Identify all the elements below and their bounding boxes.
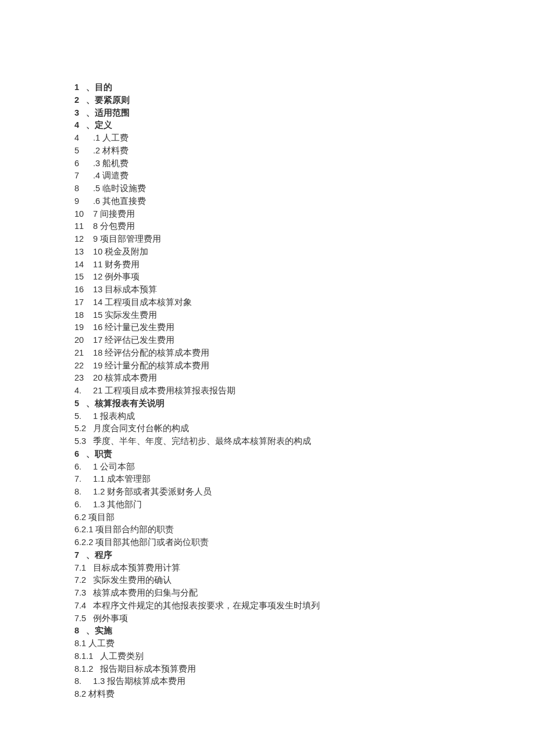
toc-entry: 16 13 目标成本预算 <box>74 284 535 296</box>
toc-text: 临时设施费 <box>102 182 146 195</box>
toc-entry: 17 14 工程项目成本核算对象 <box>74 296 535 309</box>
toc-entry: 1、目的 <box>74 81 535 94</box>
toc-entry: 22 19 经计量分配的核算成本费用 <box>74 360 535 372</box>
toc-text: 调遣费 <box>102 170 129 182</box>
toc-number: 6 <box>74 448 86 461</box>
toc-text: 例外事项 <box>105 271 140 284</box>
toc-number: 6.2 <box>74 511 86 524</box>
toc-text: 项目部其他部门或者岗位职责 <box>95 536 209 549</box>
toc-text: 要紧原则 <box>95 94 130 107</box>
toc-number: 22 <box>74 360 86 372</box>
toc-entry: 12 9 项目部管理费用 <box>74 233 535 246</box>
toc-text: 经计量分配的核算成本费用 <box>105 360 209 372</box>
toc-text: 人工费类别 <box>100 650 144 663</box>
toc-number: 4 <box>74 132 86 145</box>
table-of-contents: 1、目的2、要紧原则3、适用范围4、定义4 .1 人工费5 .2 材料费6 .3… <box>74 81 535 701</box>
toc-sub-number: 12 <box>93 271 102 284</box>
toc-entry: 4. 21 工程项目成本费用核算报表报告期 <box>74 385 535 397</box>
toc-text: 季度、半年、年度、完结初步、最终成本核算附表的构成 <box>93 435 311 448</box>
toc-entry: 6 .3 船机费 <box>74 157 535 170</box>
toc-entry: 21 18 经评估分配的核算成本费用 <box>74 347 535 360</box>
toc-text: 分包费用 <box>100 220 135 233</box>
toc-text: 税金及附加 <box>105 246 148 259</box>
toc-text: 项目部管理费用 <box>100 233 161 246</box>
toc-entry: 8、实施 <box>74 625 535 637</box>
toc-text: 人工费 <box>102 132 129 145</box>
toc-number: 7.3 <box>74 587 86 600</box>
toc-sub-number: 1.1 <box>93 473 105 486</box>
toc-entry: 6.2.1 项目部合约部的职责 <box>74 524 535 536</box>
toc-entry: 19 16 经计量已发生费用 <box>74 321 535 334</box>
toc-entry: 8.1.1 人工费类别 <box>74 650 535 663</box>
toc-number: 14 <box>74 259 86 271</box>
toc-sub-number: 21 <box>93 385 102 397</box>
toc-entry: 6. 1.3 其他部门 <box>74 499 535 511</box>
toc-entry: 13 10 税金及附加 <box>74 246 535 259</box>
toc-text: 经评估已发生费用 <box>105 334 174 347</box>
toc-sub-number: .6 <box>93 195 100 208</box>
toc-entry: 14 11 财务费用 <box>74 259 535 271</box>
toc-text: 报告期目标成本预算费用 <box>100 663 196 676</box>
toc-number: 11 <box>74 220 86 233</box>
toc-text: 其他部门 <box>107 499 142 511</box>
toc-number: 19 <box>74 321 86 334</box>
toc-sub-number: 17 <box>93 334 102 347</box>
toc-text: 经评估分配的核算成本费用 <box>105 347 209 360</box>
toc-number: 8 <box>74 182 86 195</box>
toc-number: 5 <box>74 397 86 410</box>
toc-text: 财务部或者其委派财务人员 <box>107 486 212 499</box>
toc-text: 财务费用 <box>105 259 140 271</box>
toc-number: 5.2 <box>74 422 86 435</box>
toc-separator: 、 <box>86 397 95 410</box>
toc-text: 实施 <box>95 625 112 637</box>
toc-entry: 5、核算报表有关说明 <box>74 397 535 410</box>
toc-number: 7 <box>74 549 86 562</box>
toc-sub-number: 13 <box>93 284 102 296</box>
toc-number: 7 <box>74 170 86 182</box>
toc-entry: 2、要紧原则 <box>74 94 535 107</box>
toc-number: 7. <box>74 473 86 486</box>
toc-entry: 23 20 核算成本费用 <box>74 372 535 385</box>
toc-sub-number: 10 <box>93 246 102 259</box>
toc-sub-number: 1 <box>93 410 98 423</box>
toc-entry: 5. 1 报表构成 <box>74 410 535 423</box>
toc-separator: 、 <box>86 625 95 637</box>
toc-entry: 4、定义 <box>74 119 535 132</box>
toc-entry: 8. 1.3 报告期核算成本费用 <box>74 675 535 688</box>
toc-text: 定义 <box>95 119 112 132</box>
toc-text: 目标成本预算 <box>105 284 157 296</box>
toc-text: 人工费 <box>88 637 115 650</box>
toc-text: 核算报表有关说明 <box>95 397 165 410</box>
toc-entry: 6. 1 公司本部 <box>74 461 535 474</box>
toc-text: 目标成本预算费用计算 <box>93 562 180 575</box>
toc-text: 实际发生费用 <box>105 309 157 322</box>
toc-number: 6. <box>74 461 86 474</box>
toc-sub-number: .2 <box>93 145 100 157</box>
toc-text: 项目部合约部的职责 <box>95 524 174 536</box>
toc-text: 程序 <box>95 549 112 562</box>
toc-text: 工程项目成本费用核算报表报告期 <box>105 385 236 397</box>
toc-text: 公司本部 <box>100 461 135 474</box>
toc-entry: 3、适用范围 <box>74 107 535 120</box>
toc-entry: 7、程序 <box>74 549 535 562</box>
toc-number: 8 <box>74 625 86 637</box>
toc-sub-number: 20 <box>93 372 102 385</box>
toc-number: 8. <box>74 675 86 688</box>
toc-sub-number: 1.3 <box>93 675 105 688</box>
toc-entry: 15 12 例外事项 <box>74 271 535 284</box>
toc-number: 6.2.1 <box>74 524 93 536</box>
toc-number: 6. <box>74 499 86 511</box>
toc-number: 15 <box>74 271 86 284</box>
toc-separator: 、 <box>86 448 95 461</box>
toc-number: 8.1 <box>74 637 86 650</box>
toc-text: 本程序文件规定的其他报表按要求，在规定事项发生时填列 <box>93 600 320 612</box>
toc-number: 9 <box>74 195 86 208</box>
toc-number: 13 <box>74 246 86 259</box>
toc-entry: 11 8 分包费用 <box>74 220 535 233</box>
toc-number: 3 <box>74 107 86 120</box>
toc-entry: 18 15 实际发生费用 <box>74 309 535 322</box>
toc-number: 17 <box>74 296 86 309</box>
toc-separator: 、 <box>86 94 95 107</box>
toc-number: 8.1.2 <box>74 663 93 676</box>
toc-entry: 8.1.2 报告期目标成本预算费用 <box>74 663 535 676</box>
